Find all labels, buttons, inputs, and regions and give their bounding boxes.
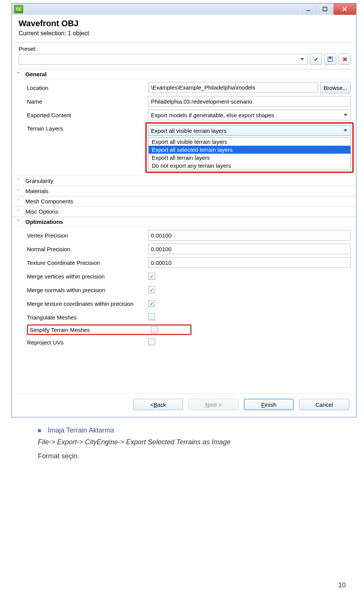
merge-vertices-label: Merge vertices within precision (27, 273, 148, 280)
merge-normals-checkbox[interactable] (148, 286, 155, 293)
vertex-precision-label: Vertex Precision (27, 232, 148, 239)
page-number: 10 (338, 581, 346, 589)
merge-texcoords-checkbox[interactable] (148, 300, 155, 307)
location-input[interactable]: \Examples\Example_Philadelphia\models (148, 82, 318, 93)
maximize-button[interactable] (317, 3, 333, 15)
terrain-layers-select[interactable]: Export all visible terrain layers (148, 125, 351, 136)
merge-vertices-checkbox[interactable] (148, 273, 155, 280)
preset-label: Preset: (19, 46, 351, 52)
back-button[interactable]: < Back (133, 399, 183, 410)
section-mesh-header[interactable]: ˅ Mesh Components (12, 196, 356, 206)
exported-content-label: Exported Content (27, 112, 148, 118)
terrain-layers-dropdown: Export all visible terrain layers Export… (148, 137, 351, 170)
chevron-down-icon: ˅ (17, 198, 22, 205)
name-label: Name (27, 98, 148, 105)
section-mesh-title: Mesh Components (25, 198, 73, 205)
triangulate-checkbox[interactable] (148, 313, 155, 320)
simplify-terrain-label: Simplify Terrain Meshes (30, 327, 143, 333)
preset-block: Preset: ✔ ✖ (12, 42, 356, 69)
titlebar: CE (12, 3, 356, 15)
preset-apply-button[interactable]: ✔ (310, 53, 322, 65)
preset-save-button[interactable] (324, 53, 336, 65)
terrain-dropdown-highlight: Export all visible terrain layers Export… (145, 122, 354, 173)
section-granularity-title: Granularity (25, 178, 53, 184)
reproject-uvs-checkbox[interactable] (148, 338, 155, 345)
dialog-title: Wavefront OBJ (19, 19, 350, 28)
section-misc-header[interactable]: ˅ Misc Options (12, 206, 356, 217)
browse-button[interactable]: Browse... (320, 82, 351, 93)
chevron-down-icon: ˅ (17, 188, 22, 194)
export-dialog: CE Wavefront OBJ Current selection: 1 ob… (11, 3, 356, 417)
terrain-option[interactable]: Export all visible terrain layers (149, 138, 350, 146)
finish-button[interactable]: Finish (244, 399, 294, 410)
bullet-icon (38, 429, 41, 432)
app-icon: CE (14, 5, 23, 13)
section-misc-title: Misc Options (25, 208, 58, 215)
simplify-terrain-highlight: Simplify Terrain Meshes (27, 324, 191, 335)
svg-rect-0 (306, 10, 310, 11)
preset-combo[interactable] (19, 54, 308, 65)
vertex-precision-input[interactable]: 0.00100 (148, 230, 351, 241)
simplify-terrain-checkbox[interactable] (151, 326, 158, 333)
save-icon (327, 56, 333, 62)
section-optimizations-title: Optimizations (25, 219, 63, 225)
chevron-up-icon: ˄ (17, 71, 22, 77)
terrain-layers-label: Terrain Layers (27, 123, 148, 132)
section-general-header[interactable]: ˄ General (12, 69, 356, 79)
svg-rect-3 (329, 57, 331, 59)
svg-rect-1 (323, 7, 327, 11)
menu-path-text: File-> Export-> CityEngine-> Export Sele… (38, 438, 341, 446)
chevron-down-icon: ˅ (17, 209, 22, 215)
chevron-down-icon: ˅ (17, 178, 22, 184)
triangulate-label: Triangulate Meshes (27, 314, 148, 321)
location-label: Location (27, 85, 148, 91)
chevron-up-icon: ˄ (17, 219, 22, 225)
texcoord-precision-input[interactable]: 0.00010 (148, 257, 351, 268)
section-general-body: Location \Examples\Example_Philadelphia\… (12, 79, 356, 176)
dialog-subtitle: Current selection: 1 object (19, 28, 350, 37)
close-button[interactable] (333, 3, 356, 15)
next-button: Next > (188, 399, 238, 410)
merge-texcoords-label: Merge texture coordinates within precisi… (27, 301, 148, 307)
section-optimizations-header[interactable]: ˄ Optimizations (12, 217, 356, 227)
section-materials-title: Materials (25, 188, 49, 194)
reproject-uvs-label: Reproject UVs (27, 339, 148, 346)
section-optimizations-body: Vertex Precision 0.00100 Normal Precisio… (12, 227, 356, 393)
terrain-option[interactable]: Do not export any terrain layers (149, 162, 350, 170)
minimize-button[interactable] (300, 3, 317, 15)
terrain-option[interactable]: Export all selected terrain layers (149, 146, 350, 154)
document-text: İmaja Terrain Aktarma File-> Export-> Ci… (0, 417, 364, 460)
dialog-footer: < Back Next > Finish Cancel (12, 393, 356, 417)
section-general-title: General (25, 71, 47, 77)
bullet-title: İmaja Terrain Aktarma (48, 426, 114, 434)
normal-precision-input[interactable]: 0.00100 (148, 244, 351, 254)
merge-normals-label: Merge normals within precision (27, 287, 148, 293)
normal-precision-label: Normal Precision (27, 246, 148, 252)
cancel-button[interactable]: Cancel (299, 399, 349, 410)
section-granularity-header[interactable]: ˅ Granularity (12, 176, 356, 186)
dialog-header: Wavefront OBJ Current selection: 1 objec… (12, 15, 356, 42)
section-materials-header[interactable]: ˅ Materials (12, 186, 356, 196)
terrain-option[interactable]: Export all terrain layers (149, 154, 350, 162)
name-input[interactable]: Philadelphia.03.redevelopment-scenario (148, 96, 351, 107)
instruction-text: Format seçin. (38, 452, 341, 460)
texcoord-precision-label: Texture Coordinate Precision (27, 260, 148, 266)
exported-content-select[interactable]: Export models if generatable, else expor… (148, 110, 351, 120)
preset-delete-button[interactable]: ✖ (339, 53, 351, 65)
